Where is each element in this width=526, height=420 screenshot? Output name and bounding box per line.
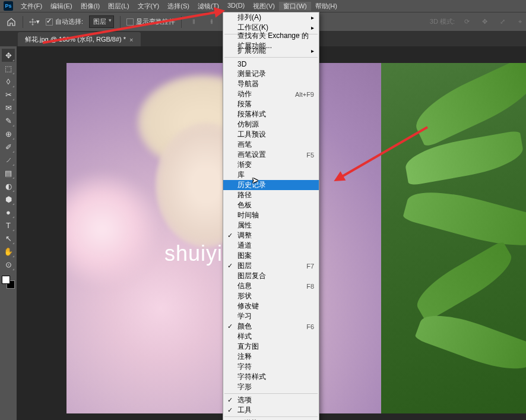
tool-12[interactable]: ● [2, 206, 15, 219]
menu-entry[interactable]: 段落样式 [223, 109, 319, 119]
menu-item-1[interactable]: 编辑(E) [46, 2, 77, 11]
menu-entry[interactable]: 时间轴 [223, 210, 319, 220]
menu-entry[interactable]: 段落 [223, 99, 319, 109]
close-icon[interactable]: × [129, 36, 133, 43]
mode-3d-label: 3D 模式: [430, 17, 455, 26]
menu-entry[interactable]: 查找有关 Exchange 的扩展功能... [223, 36, 319, 46]
menu-entry[interactable]: 样式 [223, 331, 319, 342]
window-menu-dropdown: 排列(A)工作区(K)查找有关 Exchange 的扩展功能...扩展功能3D测… [223, 12, 319, 420]
menu-entry[interactable]: 3D [223, 59, 319, 69]
menu-entry[interactable]: ✓调整 [223, 230, 319, 241]
home-icon[interactable] [6, 17, 17, 27]
tool-13[interactable]: T [2, 219, 15, 232]
menu-item-0[interactable]: 文件(F) [17, 2, 46, 11]
tool-6[interactable]: ⊕ [2, 127, 15, 140]
show-transform-checkbox[interactable]: 显示变换控件 [126, 17, 175, 26]
tool-palette: ✥⬚◊✂✉✎⊕✐⟋▤◐⬢●T↖✋⊙ [0, 46, 17, 420]
menu-entry[interactable]: 导航器 [223, 79, 319, 89]
menu-entry[interactable]: 字符 [223, 362, 319, 372]
menu-item-5[interactable]: 选择(S) [163, 2, 194, 11]
auto-select-target[interactable]: 图层 [89, 15, 114, 28]
menu-entry[interactable]: 通道 [223, 241, 319, 251]
align-icon-2[interactable]: ⫵ [205, 16, 217, 28]
auto-select-checkbox[interactable]: 自动选择: [46, 17, 83, 26]
menu-bar: Ps 文件(F)编辑(E)图像(I)图层(L)文字(Y)选择(S)滤镜(T)3D… [0, 0, 526, 12]
menu-entry[interactable]: 画笔设置F5 [223, 150, 319, 160]
menu-entry[interactable]: ✓图层F7 [223, 261, 319, 271]
menu-entry[interactable]: 色板 [223, 200, 319, 210]
menu-entry[interactable]: 注释 [223, 352, 319, 362]
menu-entry[interactable]: 画笔 [223, 140, 319, 150]
menu-entry[interactable]: 路径 [223, 190, 319, 200]
scale-icon: ⤢ [496, 16, 508, 28]
tool-0[interactable]: ✥ [2, 49, 15, 62]
menu-entry[interactable]: 形状 [223, 291, 319, 301]
document-tab[interactable]: 鲜花.jpg @ 100% (水印, RGB/8#) * × [18, 32, 141, 46]
tool-7[interactable]: ✐ [2, 140, 15, 153]
align-icon[interactable]: ⫴ [188, 16, 199, 28]
menu-entry[interactable]: 修改键 [223, 301, 319, 311]
menu-item-10[interactable]: 帮助(H) [311, 2, 341, 11]
menu-entry[interactable]: 动作Alt+F9 [223, 89, 319, 99]
menu-entry[interactable]: 渐变 [223, 160, 319, 170]
menu-item-8[interactable]: 视图(V) [249, 2, 279, 11]
misc-3d-icon: ⌖ [514, 16, 526, 28]
menu-entry[interactable]: 字形 [223, 382, 319, 392]
menu-entry[interactable]: 工具预设 [223, 130, 319, 140]
tool-2[interactable]: ◊ [2, 75, 15, 88]
menu-entry[interactable]: 扩展功能 [223, 46, 319, 56]
menu-entry[interactable]: ✓工具 [223, 405, 319, 415]
menu-entry[interactable]: 图案 [223, 251, 319, 261]
menu-entry[interactable]: 仿制源 [223, 119, 319, 130]
menu-entry[interactable]: 属性 [223, 220, 319, 230]
tool-14[interactable]: ↖ [2, 232, 15, 245]
menu-entry[interactable]: 排列(A) [223, 12, 319, 23]
tool-16[interactable]: ⊙ [2, 258, 15, 271]
menu-item-7[interactable]: 3D(D) [223, 2, 249, 11]
menu-item-3[interactable]: 图层(L) [104, 2, 133, 11]
tool-10[interactable]: ◐ [2, 179, 15, 192]
menu-item-2[interactable]: 图像(I) [77, 2, 104, 11]
tool-11[interactable]: ⬢ [2, 192, 15, 206]
menu-entry[interactable]: ✓颜色F6 [223, 321, 319, 331]
menu-entry[interactable]: 字符样式 [223, 372, 319, 382]
menu-entry[interactable]: 图层复合 [223, 271, 319, 281]
document-tab-title: 鲜花.jpg @ 100% (水印, RGB/8#) * [25, 35, 126, 44]
menu-entry[interactable]: ✓选项 [223, 395, 319, 405]
menu-entry[interactable]: 信息F8 [223, 281, 319, 291]
color-swatch[interactable] [2, 276, 15, 289]
tool-3[interactable]: ✂ [2, 88, 15, 101]
tool-1[interactable]: ⬚ [2, 62, 15, 75]
pan-icon: ✥ [479, 16, 490, 28]
menu-entry[interactable]: 直方图 [223, 342, 319, 352]
tool-9[interactable]: ▤ [2, 166, 15, 179]
menu-entry[interactable]: 库 [223, 170, 319, 180]
tool-15[interactable]: ✋ [2, 245, 15, 258]
menu-item-4[interactable]: 文字(Y) [134, 2, 164, 11]
tool-4[interactable]: ✉ [2, 101, 15, 114]
menu-entry[interactable]: 历史记录 [223, 180, 319, 190]
tool-8[interactable]: ⟋ [2, 153, 15, 166]
move-tool-icon: ▾ [29, 17, 40, 27]
menu-item-6[interactable]: 滤镜(T) [194, 2, 223, 11]
orbit-icon: ⟳ [461, 16, 473, 28]
menu-entry[interactable]: 测量记录 [223, 69, 319, 79]
menu-entry[interactable]: 学习 [223, 311, 319, 321]
app-icon: Ps [4, 1, 13, 11]
tool-5[interactable]: ✎ [2, 114, 15, 127]
menu-item-9[interactable]: 窗口(W) [279, 2, 311, 11]
